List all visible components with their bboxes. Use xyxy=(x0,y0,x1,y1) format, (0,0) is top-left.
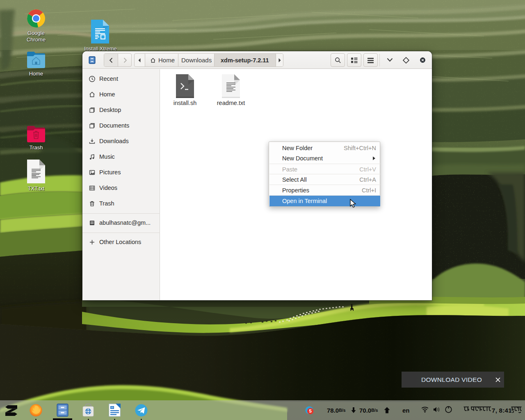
svg-text:5: 5 xyxy=(309,409,312,413)
